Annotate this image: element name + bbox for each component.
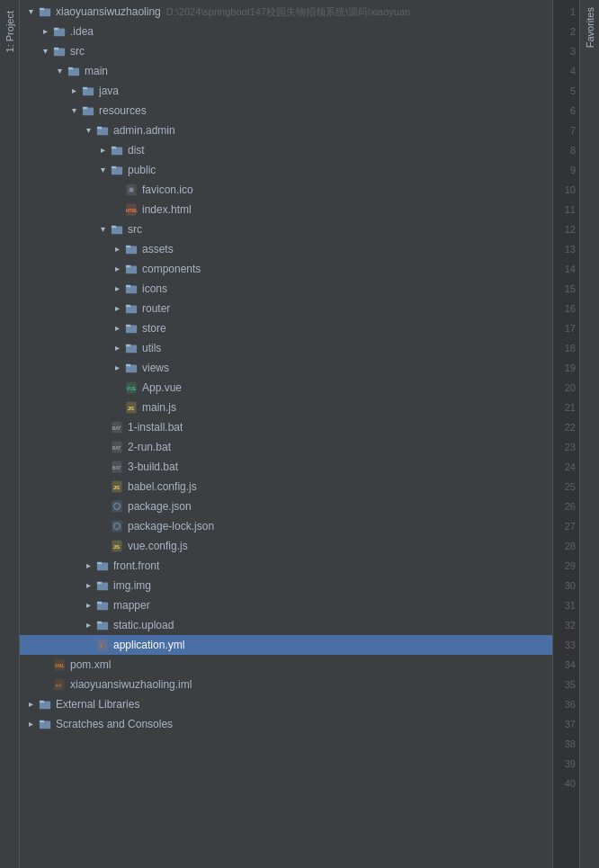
tree-item-resources[interactable]: resources [20,101,552,121]
tree-arrow[interactable] [95,163,110,177]
tree-item-pom-xml[interactable]: XML pom.xml [20,655,552,675]
tree-item-public[interactable]: public [20,160,552,180]
tree-arrow[interactable] [23,4,38,19]
tree-arrow[interactable] [52,64,67,78]
tree-item-favicon[interactable]: favicon.ico [20,180,552,200]
tree-item-root[interactable]: xiaoyuansiwuzhaolingD:\2024\springboot14… [20,2,552,22]
tree-item-src[interactable]: src [20,41,552,61]
tree-item-utils[interactable]: utils [20,338,552,358]
tree-arrow[interactable] [81,618,95,632]
tree-item-assets[interactable]: assets [20,239,552,259]
tree-item-label: External Libraries [56,698,139,711]
folder-icon [110,143,124,157]
tree-arrow[interactable] [38,44,52,58]
tree-arrow[interactable] [23,697,38,711]
favorites-bar[interactable]: Favorites [579,0,599,868]
project-tab-label[interactable]: 1: Project [3,4,17,59]
folder-icon [124,341,139,355]
tree-item-package-lock[interactable]: package-lock.json [20,516,552,536]
tree-item-label: vue.config.js [128,540,188,552]
json-icon [110,499,124,514]
tree-arrow[interactable] [110,242,124,256]
tree-arrow[interactable] [81,598,95,613]
tree-item-label: application.yml [113,639,184,651]
tree-item-img-img[interactable]: img.img [20,576,552,595]
tree-arrow[interactable] [81,578,95,593]
tree-item-babel-config[interactable]: JS babel.config.js [20,477,552,497]
favorites-label[interactable]: Favorites [585,7,595,48]
tree-item-label: store [142,322,166,335]
folder-icon [110,163,124,177]
tree-item-label: public [128,164,156,176]
tree-item-main-js[interactable]: JS main.js [20,398,552,417]
folder-icon [95,559,110,573]
tree-item-scratches[interactable]: Scratches and Consoles [20,714,552,734]
tree-item-icons[interactable]: icons [20,279,552,299]
tree-item-dist[interactable]: dist [20,140,552,160]
tree-item-package-json[interactable]: package.json [20,497,552,516]
tree-item-main[interactable]: main [20,61,552,81]
tree-arrow[interactable] [81,559,95,573]
vue-icon: VUE [124,380,139,395]
tree-item-application-yml[interactable]: Y application.yml [20,635,552,655]
html-icon: HTML [124,202,139,217]
folder-icon [110,222,124,237]
tree-arrow[interactable] [95,222,110,237]
tree-item-front-front[interactable]: front.front [20,556,552,576]
file-tree[interactable]: xiaoyuansiwuzhaolingD:\2024\springboot14… [20,0,552,868]
tree-item-label: dist [128,144,145,157]
tree-item-index-html[interactable]: HTML index.html [20,200,552,219]
tree-item-label: main [85,65,108,77]
svg-text:XML: XML [55,663,66,668]
tree-arrow[interactable] [110,321,124,336]
tree-item-app-vue[interactable]: VUE App.vue [20,378,552,398]
tree-item-label: Scratches and Consoles [56,718,173,730]
svg-rect-3 [54,28,58,31]
tree-item-store[interactable]: store [20,318,552,338]
tree-item-iml-file[interactable]: iml xiaoyuansiwuzhaoling.iml [20,675,552,694]
tree-item-build-bat[interactable]: BAT 3-build.bat [20,457,552,477]
tree-item-label: babel.config.js [128,480,197,493]
tree-item-admin-admin[interactable]: admin.admin [20,121,552,140]
tree-arrow[interactable] [95,143,110,157]
tree-item-ext-libs[interactable]: External Libraries [20,694,552,714]
tree-arrow[interactable] [110,301,124,316]
tree-arrow[interactable] [110,341,124,355]
tree-item-run-bat[interactable]: BAT 2-run.bat [20,437,552,457]
tree-arrow[interactable] [110,361,124,375]
tree-arrow[interactable] [23,717,38,731]
tree-arrow[interactable] [110,262,124,276]
svg-rect-37 [126,364,130,367]
svg-rect-57 [97,562,102,565]
tree-item-views[interactable]: views [20,358,552,378]
svg-point-19 [129,187,133,192]
tree-item-label: icons [142,282,167,295]
xml-icon: XML [52,658,67,672]
tree-item-idea[interactable]: .idea [20,22,552,41]
tree-arrow[interactable] [110,282,124,296]
tree-item-label: pom.xml [70,658,111,671]
tree-item-components[interactable]: components [20,259,552,279]
folder-icon [95,598,110,613]
svg-text:BAT: BAT [112,465,122,470]
svg-rect-9 [83,87,87,90]
tree-item-label: xiaoyuansiwuzhaoling.iml [70,678,192,691]
tree-arrow[interactable] [67,84,81,98]
tree-item-vue-config[interactable]: JS vue.config.js [20,536,552,556]
tree-item-router[interactable]: router [20,299,552,318]
tree-item-install-bat[interactable]: BAT 1-install.bat [20,417,552,437]
tree-arrow[interactable] [67,103,81,118]
tree-item-src2[interactable]: src [20,219,552,239]
tree-item-label: 3-build.bat [128,461,178,473]
bat-icon: BAT [110,460,124,474]
project-sidebar-tab[interactable]: 1: Project [0,0,20,868]
tree-arrow[interactable] [81,123,95,138]
svg-rect-23 [112,226,116,228]
tree-arrow[interactable] [38,24,52,39]
tree-item-java[interactable]: java [20,81,552,101]
svg-rect-29 [126,285,130,288]
svg-rect-15 [112,147,116,149]
tree-item-static-upload[interactable]: static.upload [20,615,552,635]
tree-item-mapper[interactable]: mapper [20,595,552,615]
svg-text:iml: iml [56,683,62,688]
